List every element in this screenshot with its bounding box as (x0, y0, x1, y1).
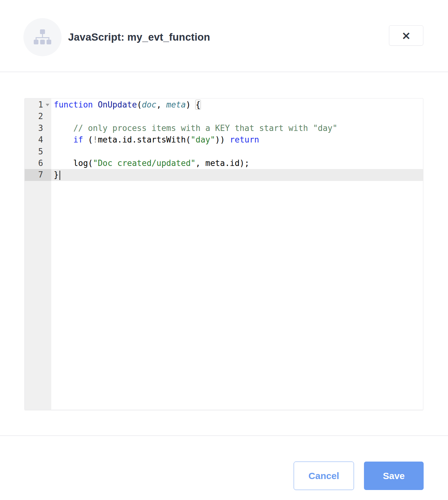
code-token (93, 100, 98, 109)
function-avatar (23, 18, 62, 56)
code-token (54, 123, 73, 133)
code-token: , (157, 100, 166, 109)
code-token: meta.id.startsWith( (98, 135, 191, 144)
cancel-button[interactable]: Cancel (294, 462, 354, 490)
line-number: 5 (25, 146, 51, 158)
close-icon: × (401, 30, 411, 41)
line-number: 6 (25, 158, 51, 169)
code-line[interactable]: if (!meta.id.startsWith("day")) return (51, 134, 423, 146)
sitemap-icon (32, 28, 52, 46)
editor-content[interactable]: function OnUpdate(doc, meta) { // only p… (51, 98, 423, 410)
text-cursor (59, 171, 60, 180)
editor-gutter: 1234567 (25, 98, 51, 410)
code-token: , meta.id); (196, 158, 249, 168)
code-line[interactable]: log("Doc created/updated", meta.id); (51, 158, 423, 169)
code-editor[interactable]: 1234567 function OnUpdate(doc, meta) { /… (24, 98, 423, 410)
close-button[interactable]: × (389, 25, 423, 46)
line-number: 1 (25, 99, 51, 111)
code-token: "Doc created/updated" (93, 158, 196, 168)
code-token (54, 135, 73, 144)
code-token: )) (215, 135, 230, 144)
code-line[interactable] (51, 111, 423, 122)
code-token: if (73, 135, 83, 144)
line-number: 4 (25, 134, 51, 146)
code-token: doc (142, 100, 157, 109)
modal-header: JavaScript: my_evt_function × (0, 0, 448, 72)
footer-divider (0, 435, 448, 436)
code-token: ! (93, 135, 98, 144)
fold-toggle-icon[interactable] (46, 104, 49, 106)
code-token: { (196, 100, 201, 109)
code-token: log( (54, 158, 93, 168)
code-token: // only process items with a KEY that st… (73, 123, 337, 133)
code-token: "day" (191, 135, 215, 144)
code-token: ( (137, 100, 142, 109)
code-line[interactable]: } (51, 169, 423, 181)
line-number: 7 (25, 169, 51, 181)
code-token: ) (186, 100, 196, 109)
code-token: OnUpdate (98, 100, 137, 109)
code-line[interactable]: // only process items with a KEY that st… (51, 122, 423, 134)
code-token: meta (166, 100, 186, 109)
code-token: ( (83, 135, 93, 144)
code-token: function (54, 100, 93, 109)
code-token: return (230, 135, 259, 144)
code-line[interactable] (51, 146, 423, 158)
code-token: } (54, 170, 59, 179)
line-number: 3 (25, 122, 51, 134)
code-line[interactable]: function OnUpdate(doc, meta) { (51, 99, 423, 111)
line-number: 2 (25, 111, 51, 122)
modal-title: JavaScript: my_evt_function (68, 18, 210, 56)
save-button[interactable]: Save (364, 462, 424, 490)
